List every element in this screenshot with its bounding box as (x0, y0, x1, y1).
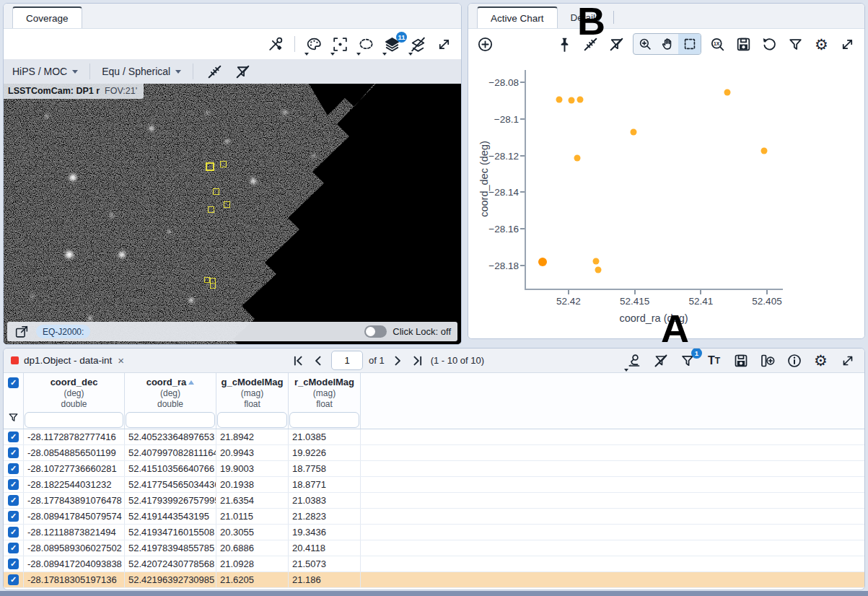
column-header[interactable]: r_cModelMag(mag)float (289, 373, 361, 429)
tools-button[interactable] (266, 35, 285, 54)
layers-off-button[interactable] (408, 35, 428, 54)
table-row[interactable]: ✓-28.0854885650119952.40799708281116420.… (4, 445, 864, 461)
close-table-icon[interactable]: × (118, 355, 124, 366)
table-expand-button[interactable] (838, 351, 857, 370)
center-image-button[interactable] (330, 35, 350, 54)
scatter-plot[interactable]: coord_ra (deg) coord_dec (deg) 52.4252.4… (468, 59, 864, 338)
fov-label: FOV:21' (105, 86, 137, 96)
click-lock-toggle[interactable] (364, 325, 387, 338)
data-point[interactable] (568, 97, 574, 103)
row-checkbox-checked[interactable]: ✓ (8, 574, 19, 585)
row-checkbox-checked[interactable]: ✓ (8, 479, 19, 490)
table-row[interactable]: ✓-28.1781830519713652.4219639273098521.6… (4, 572, 864, 588)
source-marker[interactable] (220, 161, 227, 167)
unhighlight-button[interactable] (205, 62, 224, 82)
column-filter-input[interactable] (25, 412, 123, 428)
data-point[interactable] (574, 154, 580, 161)
inspect-button[interactable] (624, 351, 644, 370)
data-point[interactable] (556, 97, 562, 103)
filter-chart-button[interactable] (786, 35, 805, 54)
data-point[interactable] (592, 258, 599, 265)
coverage-expand-button[interactable] (434, 35, 454, 54)
chevron-down-icon (72, 70, 78, 74)
projection-dropdown[interactable]: Equ / Spherical (102, 66, 181, 77)
inspect-icon (626, 352, 643, 369)
source-marker[interactable] (224, 201, 230, 208)
layers-button[interactable]: 11 (382, 35, 402, 54)
unfilter-button[interactable] (651, 351, 670, 370)
row-checkbox-checked[interactable]: ✓ (8, 431, 19, 442)
table-row[interactable]: ✓-28.08958930602750252.4197839485578520.… (4, 540, 864, 556)
row-checkbox-checked[interactable]: ✓ (8, 543, 19, 553)
rect-select-mode-button[interactable] (678, 34, 701, 54)
unfilter-button[interactable] (607, 35, 626, 54)
info-button[interactable] (784, 351, 804, 370)
prev-page-button[interactable] (311, 354, 325, 368)
table-row[interactable]: ✓-28.1172878277741652.4052336489765321.8… (4, 429, 864, 445)
zoom-mode-button[interactable] (634, 34, 656, 54)
select-all-checkbox[interactable]: ✓ (8, 377, 19, 388)
data-point[interactable] (595, 266, 602, 273)
add-column-button[interactable] (758, 351, 777, 370)
save-chart-button[interactable] (734, 35, 753, 54)
refresh-button[interactable] (760, 35, 779, 54)
hips-moc-dropdown[interactable]: HiPS / MOC (12, 66, 78, 77)
sky-image[interactable]: LSSTComCam: DP1 rFOV:21' EQ-J2000: Click… (4, 84, 461, 345)
row-checkbox-checked[interactable]: ✓ (8, 463, 19, 474)
bottom-scrollbar[interactable] (0, 591, 868, 596)
data-point[interactable] (538, 258, 547, 266)
column-filter-icon[interactable] (7, 411, 19, 424)
column-filter-input[interactable] (289, 412, 359, 428)
y-tick-mark (520, 191, 525, 193)
text-view-button[interactable]: TT (704, 351, 724, 370)
row-checkbox-checked[interactable]: ✓ (8, 511, 19, 522)
row-checkbox-checked[interactable]: ✓ (8, 558, 19, 569)
external-link-icon[interactable] (14, 324, 30, 340)
filter-button[interactable]: 1 (678, 351, 697, 370)
add-chart-button[interactable] (475, 35, 495, 54)
color-palette-button[interactable] (304, 35, 324, 54)
table-row[interactable]: ✓-28.17784389107647852.41793992675799521… (4, 493, 864, 509)
pan-mode-button[interactable] (656, 34, 678, 54)
source-marker[interactable] (204, 277, 210, 283)
ellipse-select-button[interactable] (356, 35, 376, 54)
row-checkbox-checked[interactable]: ✓ (8, 527, 19, 538)
table-row[interactable]: ✓-28.08941720409383852.4207243077856821.… (4, 556, 864, 572)
data-point[interactable] (577, 97, 583, 103)
source-marker[interactable] (206, 162, 214, 171)
source-marker[interactable] (210, 283, 216, 289)
table-settings-button[interactable]: ⚙ (811, 351, 830, 370)
image-instrument-label: LSSTComCam: DP1 rFOV:21' (4, 84, 144, 99)
chart-expand-button[interactable] (838, 35, 857, 54)
table-row[interactable]: ✓-28.1072773666028152.4151035664076619.9… (4, 461, 864, 477)
tab-coverage[interactable]: Coverage (12, 6, 82, 28)
pin-chart-button[interactable] (555, 35, 574, 54)
zoom-original-button[interactable]: 1X (708, 35, 727, 54)
data-point[interactable] (630, 129, 636, 136)
y-axis-line (525, 70, 526, 290)
data-point[interactable] (724, 89, 731, 96)
last-page-button[interactable] (411, 354, 425, 368)
unfilter-button[interactable] (233, 62, 253, 82)
source-marker[interactable] (208, 206, 214, 213)
column-header[interactable]: coord_dec(deg)double (24, 373, 125, 429)
source-marker[interactable] (213, 188, 219, 195)
column-unit: (deg) (63, 388, 84, 398)
column-header[interactable]: coord_ra(deg)double (125, 373, 216, 429)
row-checkbox-checked[interactable]: ✓ (8, 447, 19, 458)
column-header[interactable]: g_cModelMag(mag)float (216, 373, 289, 429)
column-filter-input[interactable] (126, 412, 215, 428)
page-input[interactable] (331, 351, 363, 370)
data-point[interactable] (760, 147, 767, 154)
table-row[interactable]: ✓-28.182254403123252.41775456503443620.1… (4, 477, 864, 493)
next-page-button[interactable] (390, 354, 405, 368)
save-table-button[interactable] (731, 351, 750, 370)
chart-settings-button[interactable]: ⚙ (812, 35, 831, 54)
tab-active-chart[interactable]: Active Chart (477, 6, 558, 28)
table-row[interactable]: ✓-28.1211887382149452.4193471601550820.3… (4, 525, 864, 540)
chart-mode-group (633, 33, 701, 55)
column-filter-input[interactable] (217, 412, 287, 428)
table-row[interactable]: ✓-28.08941784507957452.419144354319521.0… (4, 509, 864, 525)
first-page-button[interactable] (291, 354, 305, 368)
row-checkbox-checked[interactable]: ✓ (8, 495, 19, 506)
